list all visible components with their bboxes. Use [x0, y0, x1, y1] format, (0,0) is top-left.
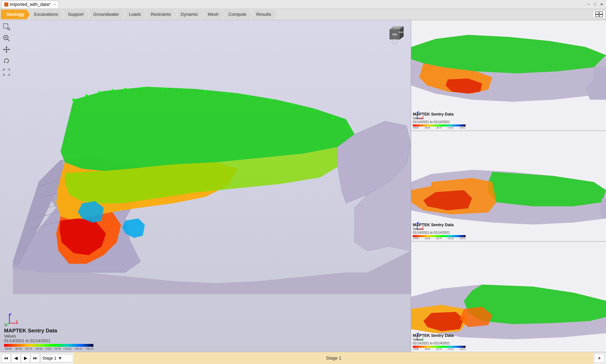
sub1-color-bar: [413, 124, 466, 127]
tab-dynamic[interactable]: Dynamic: [175, 10, 204, 19]
svg-point-31: [248, 95, 250, 98]
sub1-title: MAPTEK Sentry Data: [413, 112, 466, 117]
svg-point-24: [112, 89, 113, 91]
svg-point-28: [183, 89, 185, 91]
toolbar: [2, 22, 11, 77]
window-controls: ─ □ ✕: [586, 2, 604, 7]
sub2-date: 01/14/2021 to 01/14/2021: [413, 231, 466, 234]
sub2-bar-labels: -49.98-36.56-25.74+15.52+26.51: [413, 237, 466, 240]
fit-tool[interactable]: [2, 68, 11, 77]
pan-tool[interactable]: [2, 45, 11, 54]
tab-geology[interactable]: Geology: [1, 10, 30, 19]
close-window-button[interactable]: ✕: [599, 2, 604, 7]
sub2-legend: MAPTEK Sentry Data Values 01/14/2021 to …: [413, 222, 466, 240]
svg-point-21: [72, 99, 75, 101]
nav-next-button[interactable]: ▶: [21, 354, 30, 363]
svg-point-35: [332, 117, 334, 119]
view-toggle-button[interactable]: [593, 10, 605, 18]
main-content: TOP RIGHT FRONT N W S Z X: [0, 20, 606, 352]
svg-marker-90: [488, 172, 606, 206]
tab-compute-label: Compute: [228, 12, 246, 17]
svg-rect-1: [600, 12, 603, 14]
svg-rect-37: [3, 24, 8, 28]
svg-text:Z: Z: [10, 313, 12, 316]
sub-viewport-1[interactable]: Y X MAPTEK Sentry Data Values 01/14/2021…: [411, 20, 606, 131]
sub3-values: Values: [413, 338, 466, 341]
svg-point-22: [85, 94, 88, 96]
nav-tabs: Geology Excavations Support Groundwater …: [0, 9, 606, 20]
sub1-bar-labels: -49.98-36.56-25.74+15.52+26.51: [413, 127, 466, 129]
nav-cube[interactable]: TOP RIGHT FRONT N W S: [384, 24, 405, 45]
sub1-values: Values: [413, 117, 466, 120]
tab-support-label: Support: [68, 12, 84, 17]
stage-select[interactable]: Stage 1 ▼: [41, 354, 73, 362]
svg-point-34: [313, 109, 314, 111]
svg-marker-50: [4, 61, 6, 63]
sub3-legend: MAPTEK Sentry Data Values 01/14/2021 to …: [413, 333, 466, 350]
tab-dynamic-label: Dynamic: [181, 12, 198, 17]
svg-marker-48: [3, 49, 4, 50]
tab-geology-label: Geology: [6, 12, 24, 17]
tab-compute[interactable]: Compute: [223, 10, 252, 19]
svg-text:W: W: [391, 41, 393, 43]
rotate-tool[interactable]: [2, 56, 11, 65]
svg-text:N: N: [394, 39, 395, 40]
tab-loads[interactable]: Loads: [123, 10, 147, 19]
tab-loads-label: Loads: [129, 12, 141, 17]
minimize-button[interactable]: ─: [586, 2, 591, 7]
sub3-bar-labels: -49.98-36.56-25.74+15.52+26.51: [413, 348, 466, 350]
svg-rect-2: [595, 14, 599, 17]
nav-first-button[interactable]: ⏮: [2, 354, 11, 363]
tab-mesh[interactable]: Mesh: [202, 10, 224, 19]
sub2-color-bar: [413, 235, 466, 237]
active-tab[interactable]: imported_with_data* ×: [2, 1, 58, 8]
tab-restraints-label: Restraints: [151, 12, 171, 17]
stage-select-arrow: ▼: [58, 356, 62, 361]
svg-line-39: [9, 29, 10, 30]
maximize-button[interactable]: □: [592, 2, 598, 7]
nav-prev-button[interactable]: ◀: [11, 354, 20, 363]
zoom-rect-tool[interactable]: [2, 22, 11, 31]
tab-support[interactable]: Support: [62, 10, 89, 19]
svg-text:X: X: [16, 320, 18, 323]
zoom-tool[interactable]: [2, 34, 11, 43]
tab-results-label: Results: [256, 12, 271, 17]
tab-excavations[interactable]: Excavations: [28, 10, 64, 19]
svg-text:TOP: TOP: [392, 33, 397, 36]
app-icon: [4, 2, 8, 6]
svg-marker-49: [9, 49, 10, 50]
right-panel: Y X MAPTEK Sentry Data Values 01/14/2021…: [411, 20, 606, 352]
svg-point-33: [291, 103, 293, 105]
main-viewport[interactable]: TOP RIGHT FRONT N W S Z X: [0, 20, 411, 352]
svg-point-32: [269, 99, 271, 101]
sub-viewport-3[interactable]: Z Y MAPTEK Sentry Data Values 01/14/2021…: [411, 242, 606, 352]
status-bar: ⏮ ◀ ▶ ⏭ Stage 1 ▼ Stage 1 +: [0, 352, 606, 364]
svg-text:S: S: [396, 41, 398, 43]
add-stage-button[interactable]: +: [594, 354, 604, 363]
svg-point-29: [204, 91, 207, 93]
sub2-values: Values: [413, 227, 466, 231]
title-bar: imported_with_data* × ─ □ ✕: [0, 0, 606, 9]
tab-excavations-label: Excavations: [34, 12, 58, 17]
sub1-legend: MAPTEK Sentry Data Values 01/14/2021 to …: [413, 112, 466, 129]
svg-text:Y: Y: [4, 323, 6, 325]
nav-last-button[interactable]: ⏭: [31, 354, 40, 363]
svg-point-26: [142, 87, 144, 89]
legend-title: MAPTEK Sentry Data: [4, 327, 93, 334]
axis-indicator: Z X Y: [4, 312, 18, 327]
main-legend: MAPTEK Sentry Data Values 01/14/2021 to …: [4, 327, 93, 350]
color-bar-labels: -49.98-36.56-25.74-16.93-6.63+6.78+15.52…: [4, 347, 93, 350]
close-tab-button[interactable]: ×: [54, 3, 56, 6]
tab-results[interactable]: Results: [251, 10, 277, 19]
svg-text:RIGHT: RIGHT: [399, 31, 405, 33]
tab-mesh-label: Mesh: [208, 12, 219, 17]
sub2-title: MAPTEK Sentry Data: [413, 222, 466, 227]
tab-restraints[interactable]: Restraints: [145, 10, 177, 19]
tab-groundwater[interactable]: Groundwater: [88, 10, 125, 19]
sub3-date: 01/14/2021 to 01/14/2021: [413, 341, 466, 345]
sub3-title: MAPTEK Sentry Data: [413, 333, 466, 338]
sub-viewport-2[interactable]: Z X MAPTEK Sentry Data Values 01/14/2021…: [411, 131, 606, 242]
svg-rect-0: [595, 12, 599, 14]
color-bar: [4, 344, 93, 347]
svg-point-23: [98, 91, 101, 93]
